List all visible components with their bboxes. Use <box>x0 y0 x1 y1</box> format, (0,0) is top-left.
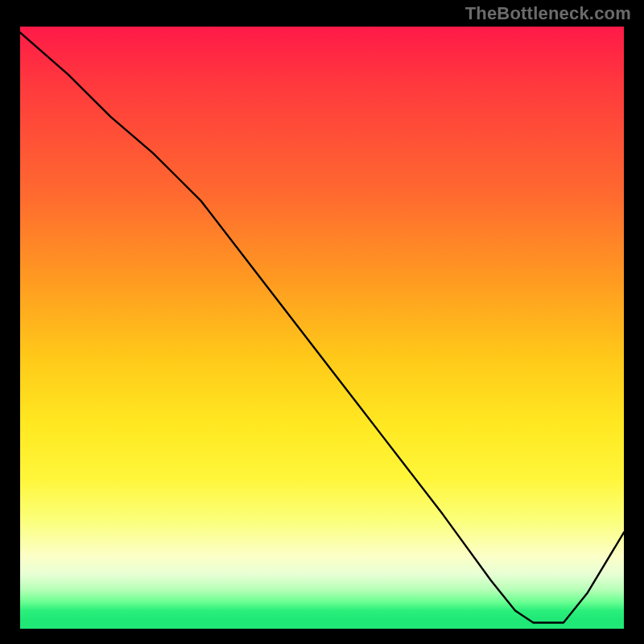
watermark-text: TheBottleneck.com <box>465 3 631 24</box>
chart-frame: TheBottleneck.com <box>0 0 644 644</box>
line-series <box>20 27 624 629</box>
plot-area <box>18 24 626 631</box>
